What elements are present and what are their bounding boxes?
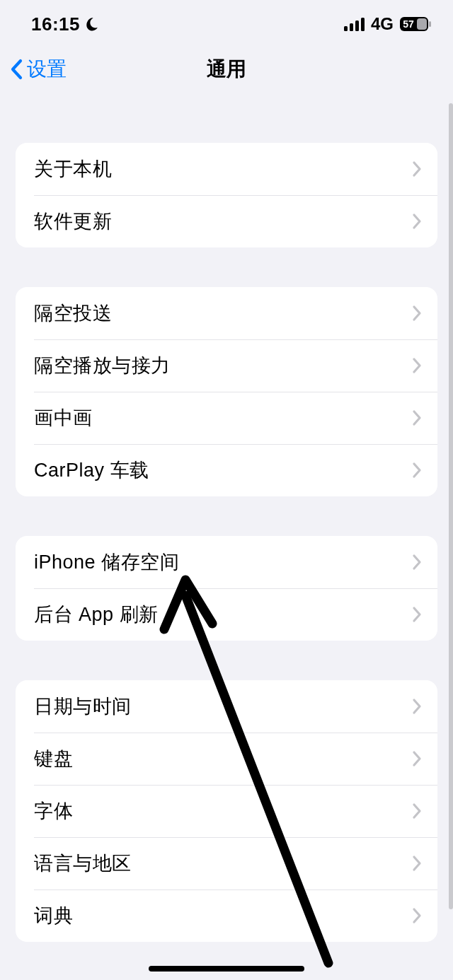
row-carplay[interactable]: CarPlay 车载 [16,444,437,496]
page-title: 通用 [0,56,453,83]
row-label: 后台 App 刷新 [34,602,159,627]
row-airdrop[interactable]: 隔空投送 [16,287,437,339]
svg-rect-2 [355,21,359,31]
network-type: 4G [371,14,394,34]
chevron-right-icon [412,803,422,819]
row-software-update[interactable]: 软件更新 [16,195,437,247]
chevron-right-icon [412,305,422,322]
chevron-right-icon [412,907,422,924]
svg-rect-6 [429,21,431,27]
back-label: 设置 [27,56,67,83]
cellular-signal-icon [344,17,365,31]
chevron-right-icon [412,554,422,571]
settings-group: 日期与时间键盘字体语言与地区词典 [16,680,437,942]
scrollbar[interactable] [449,103,453,909]
chevron-right-icon [412,213,422,230]
svg-rect-1 [350,23,353,31]
svg-rect-0 [344,26,348,31]
svg-text:57: 57 [403,18,414,30]
settings-group: 关于本机软件更新 [16,143,437,247]
chevron-right-icon [412,855,422,872]
row-airplay-handoff[interactable]: 隔空播放与接力 [16,339,437,392]
row-iphone-storage[interactable]: iPhone 储存空间 [16,536,437,588]
chevron-right-icon [412,161,422,177]
row-picture-in-picture[interactable]: 画中画 [16,392,437,444]
row-fonts[interactable]: 字体 [16,785,437,837]
row-label: 隔空播放与接力 [34,353,171,378]
chevron-right-icon [412,357,422,374]
svg-rect-3 [361,18,365,31]
status-time: 16:15 [31,13,80,35]
row-label: 软件更新 [34,209,112,234]
row-label: 关于本机 [34,156,112,182]
row-language-region[interactable]: 语言与地区 [16,837,437,889]
back-button[interactable]: 设置 [0,56,67,83]
row-background-app-refresh[interactable]: 后台 App 刷新 [16,588,437,641]
do-not-disturb-icon [84,16,100,32]
row-label: iPhone 储存空间 [34,549,179,575]
settings-content: 关于本机软件更新隔空投送隔空播放与接力画中画CarPlay 车载iPhone 储… [0,143,453,942]
status-right: 4G 57 [344,14,432,34]
chevron-right-icon [412,462,422,479]
settings-group: iPhone 储存空间后台 App 刷新 [16,536,437,641]
chevron-right-icon [412,606,422,623]
chevron-left-icon [8,58,25,81]
chevron-right-icon [412,750,422,767]
settings-group: 隔空投送隔空播放与接力画中画CarPlay 车载 [16,287,437,496]
row-label: 语言与地区 [34,851,132,876]
row-label: CarPlay 车载 [34,457,149,483]
svg-rect-5 [417,18,427,30]
row-label: 隔空投送 [34,301,112,326]
row-date-time[interactable]: 日期与时间 [16,680,437,733]
battery-icon: 57 [399,16,432,32]
row-label: 字体 [34,798,73,824]
status-left: 16:15 [31,13,100,35]
row-label: 日期与时间 [34,694,132,719]
status-bar: 16:15 4G 57 [0,0,453,42]
row-label: 画中画 [34,405,93,431]
row-keyboard[interactable]: 键盘 [16,733,437,785]
row-dictionary[interactable]: 词典 [16,889,437,942]
nav-header: 设置 通用 [0,42,453,96]
row-label: 键盘 [34,746,73,771]
row-about[interactable]: 关于本机 [16,143,437,195]
row-label: 词典 [34,903,73,928]
home-indicator[interactable] [149,966,304,972]
chevron-right-icon [412,409,422,426]
chevron-right-icon [412,698,422,715]
